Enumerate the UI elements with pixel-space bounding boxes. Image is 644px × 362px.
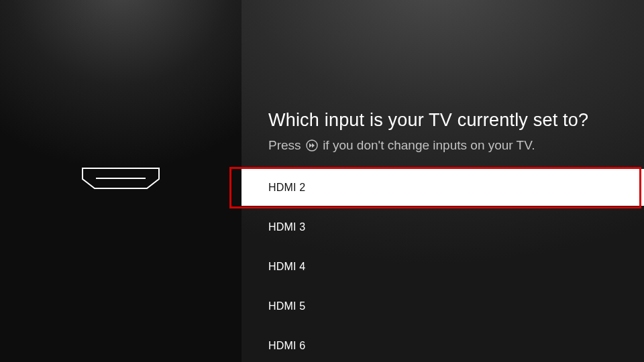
input-option-hdmi5[interactable]: HDMI 5 [241,288,644,324]
input-option-label: HDMI 5 [268,300,305,312]
input-option-hdmi4[interactable]: HDMI 4 [241,248,644,285]
right-content-panel: Which input is your TV currently set to?… [241,0,644,362]
page-subtitle: Press if you don't change inputs on your… [268,138,631,153]
input-option-label: HDMI 3 [268,221,305,233]
input-option-label: HDMI 2 [268,182,305,194]
page-title: Which input is your TV currently set to? [268,110,631,131]
hdmi-port-icon [81,167,160,192]
svg-marker-3 [309,143,312,148]
svg-marker-4 [312,143,315,148]
tv-input-select-screen: Which input is your TV currently set to?… [0,0,644,362]
input-option-label: HDMI 4 [268,261,305,273]
input-option-label: HDMI 6 [268,340,305,352]
subtitle-prefix: Press [268,138,305,152]
input-list: HDMI 2 HDMI 3 HDMI 4 HDMI 5 HDMI 6 [241,169,644,362]
left-illustration-panel [0,0,241,362]
fast-forward-icon [306,139,318,152]
input-option-hdmi2[interactable]: HDMI 2 [241,169,644,206]
subtitle-suffix: if you don't change inputs on your TV. [323,138,535,152]
input-option-hdmi3[interactable]: HDMI 3 [241,208,644,245]
input-option-hdmi6[interactable]: HDMI 6 [241,327,644,362]
